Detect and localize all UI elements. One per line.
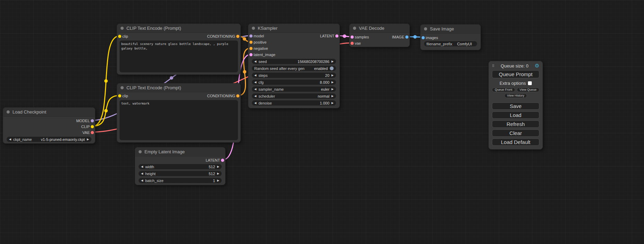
- node-empty-latent-image[interactable]: Empty Latent Image LATENT ◀ width 512 ▶ …: [135, 147, 226, 185]
- decrement-arrow-icon[interactable]: ◀: [254, 73, 256, 78]
- output-slot-model[interactable]: [91, 119, 94, 122]
- widget-filename-prefix[interactable]: filename_prefix ComfyUI: [424, 41, 477, 46]
- output-slot-latent[interactable]: [221, 159, 224, 162]
- increment-arrow-icon[interactable]: ▶: [332, 100, 334, 106]
- widget-sampler-name[interactable]: ◀ sampler_name euler ▶: [252, 87, 336, 92]
- node-title-bar[interactable]: KSampler: [248, 24, 339, 33]
- gear-icon[interactable]: ⚙: [535, 63, 539, 69]
- widget-random-seed-toggle[interactable]: Random seed after every gen enabled: [252, 66, 336, 71]
- widget-width[interactable]: ◀ width 512 ▶: [139, 164, 222, 169]
- decrement-arrow-icon[interactable]: ◀: [141, 171, 143, 176]
- output-label-conditioning: CONDITIONING: [207, 94, 235, 98]
- input-slot-latent-image[interactable]: [249, 53, 253, 56]
- node-save-image[interactable]: Save Image images filename_prefix ComfyU…: [420, 24, 481, 50]
- collapse-dot-icon[interactable]: [252, 27, 255, 30]
- node-title-bar[interactable]: Save Image: [421, 25, 480, 34]
- link-dot-conditioning-negative[interactable]: [243, 70, 246, 74]
- collapse-dot-icon[interactable]: [139, 150, 142, 153]
- view-queue-button[interactable]: View Queue: [517, 88, 539, 92]
- node-title-bar[interactable]: VAE Decode: [350, 24, 409, 33]
- queue-prompt-button[interactable]: Queue Prompt: [492, 70, 539, 78]
- widget-scheduler[interactable]: ◀ scheduler normal ▶: [252, 93, 336, 99]
- input-slot-positive[interactable]: [249, 41, 253, 44]
- increment-arrow-icon[interactable]: ▶: [332, 59, 334, 64]
- widget-value: 20: [270, 73, 329, 78]
- input-slot-model[interactable]: [249, 35, 253, 38]
- widget-seed[interactable]: ◀ seed 156680208700286 ▶: [252, 59, 336, 64]
- input-label-model: model: [254, 34, 264, 38]
- widget-ckpt-name[interactable]: ◀ ckpt_name v1-5-pruned-emaonly.ckpt ▶: [7, 137, 91, 142]
- increment-arrow-icon[interactable]: ▶: [332, 93, 334, 99]
- output-slot-clip[interactable]: [91, 125, 94, 128]
- link-dot-image[interactable]: [413, 35, 417, 39]
- drag-handle-icon[interactable]: ⠿: [492, 64, 494, 68]
- link-dot-conditioning-positive[interactable]: [243, 37, 246, 41]
- input-slot-samples[interactable]: [351, 36, 354, 39]
- widget-height[interactable]: ◀ height 512 ▶: [139, 171, 222, 176]
- increment-arrow-icon[interactable]: ▶: [217, 164, 219, 169]
- decrement-arrow-icon[interactable]: ◀: [254, 80, 256, 85]
- link-dot-clip-positive[interactable]: [104, 79, 108, 83]
- link-dot-latent-output[interactable]: [343, 35, 346, 38]
- decrement-arrow-icon[interactable]: ◀: [9, 137, 11, 142]
- save-button[interactable]: Save: [492, 102, 539, 110]
- refresh-button[interactable]: Refresh: [492, 120, 539, 128]
- collapse-dot-icon[interactable]: [121, 27, 124, 30]
- input-slot-clip[interactable]: [118, 94, 121, 98]
- collapse-dot-icon[interactable]: [424, 27, 427, 30]
- input-slot-clip[interactable]: [118, 35, 121, 38]
- collapse-dot-icon[interactable]: [353, 27, 356, 30]
- increment-arrow-icon[interactable]: ▶: [332, 80, 334, 85]
- output-slot-latent[interactable]: [335, 35, 338, 38]
- output-slot-conditioning[interactable]: [236, 35, 239, 38]
- node-title-bar[interactable]: CLIP Text Encode (Prompt): [117, 83, 240, 92]
- widget-name: height: [145, 172, 156, 176]
- widget-cfg[interactable]: ◀ cfg 8.000 ▶: [252, 80, 336, 85]
- decrement-arrow-icon[interactable]: ◀: [141, 178, 143, 183]
- node-clip-text-encode-negative[interactable]: CLIP Text Encode (Prompt) clip CONDITION…: [117, 83, 241, 143]
- decrement-arrow-icon[interactable]: ◀: [254, 93, 256, 99]
- toggle-knob-icon[interactable]: [330, 66, 334, 70]
- queue-front-button[interactable]: Queue Front: [492, 88, 515, 92]
- load-button[interactable]: Load: [492, 111, 539, 119]
- view-history-button[interactable]: View History: [504, 93, 527, 98]
- load-default-button[interactable]: Load Default: [492, 138, 539, 146]
- decrement-arrow-icon[interactable]: ◀: [141, 164, 143, 169]
- node-vae-decode[interactable]: VAE Decode samples IMAGE vae: [349, 24, 410, 47]
- increment-arrow-icon[interactable]: ▶: [217, 171, 219, 176]
- increment-arrow-icon[interactable]: ▶: [87, 137, 89, 142]
- output-slot-image[interactable]: [405, 36, 408, 39]
- input-slot-images[interactable]: [422, 36, 425, 39]
- increment-arrow-icon[interactable]: ▶: [217, 178, 219, 183]
- node-load-checkpoint[interactable]: Load Checkpoint MODEL CLIP VAE ◀ ckpt_na…: [3, 107, 95, 144]
- decrement-arrow-icon[interactable]: ◀: [254, 100, 256, 106]
- increment-arrow-icon[interactable]: ▶: [332, 87, 334, 92]
- node-ksampler[interactable]: KSampler model LATENT positive negative …: [248, 24, 340, 108]
- prompt-textarea[interactable]: beautiful scenery nature glass bottle la…: [120, 40, 238, 72]
- link-dot-clip-negative[interactable]: [104, 109, 108, 112]
- node-clip-text-encode-positive[interactable]: CLIP Text Encode (Prompt) clip CONDITION…: [117, 24, 241, 75]
- widget-denoise[interactable]: ◀ denoise 1.000 ▶: [252, 100, 336, 106]
- collapse-dot-icon[interactable]: [7, 110, 10, 114]
- decrement-arrow-icon[interactable]: ◀: [254, 59, 256, 64]
- widget-batch-size[interactable]: ◀ batch_size 1 ▶: [139, 178, 222, 183]
- link-dot-model[interactable]: [170, 76, 173, 80]
- prompt-textarea[interactable]: text, watermark: [120, 100, 238, 140]
- node-title-bar[interactable]: Load Checkpoint: [3, 108, 95, 117]
- input-slot-negative[interactable]: [249, 47, 253, 50]
- clear-button[interactable]: Clear: [492, 129, 539, 137]
- decrement-arrow-icon[interactable]: ◀: [254, 87, 256, 92]
- collapse-dot-icon[interactable]: [121, 86, 124, 89]
- widget-name: filename_prefix: [426, 42, 452, 46]
- node-title-bar[interactable]: CLIP Text Encode (Prompt): [117, 24, 240, 33]
- input-slot-vae[interactable]: [351, 42, 354, 45]
- extra-options-checkbox[interactable]: [528, 81, 532, 85]
- output-slot-conditioning[interactable]: [236, 94, 239, 98]
- widget-steps[interactable]: ◀ steps 20 ▶: [252, 73, 336, 78]
- output-slot-vae[interactable]: [91, 131, 94, 134]
- increment-arrow-icon[interactable]: ▶: [332, 73, 334, 78]
- widget-name: ckpt_name: [13, 137, 32, 142]
- node-title-bar[interactable]: Empty Latent Image: [135, 147, 225, 156]
- node-graph-canvas[interactable]: Load Checkpoint MODEL CLIP VAE ◀ ckpt_na…: [0, 0, 644, 244]
- widget-name: width: [145, 165, 154, 169]
